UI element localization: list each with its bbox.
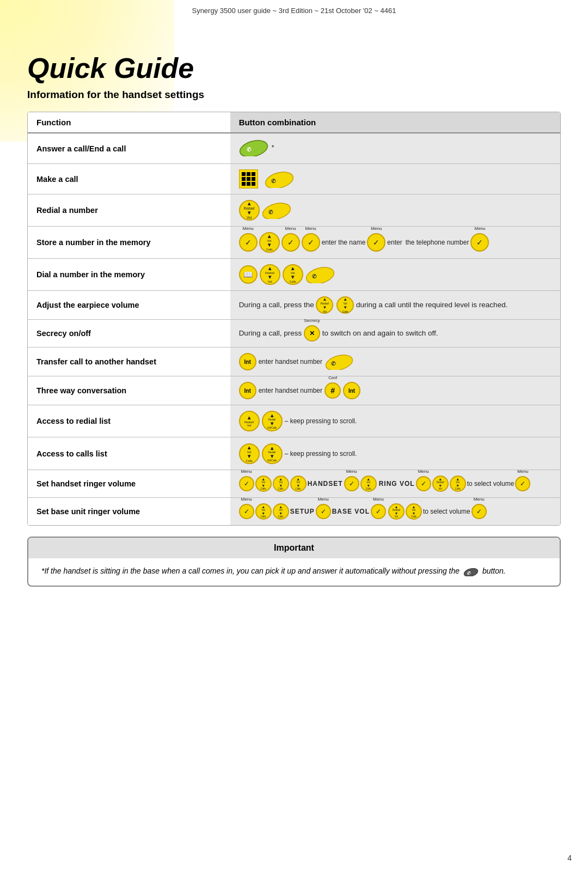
button-combo: Menu ✓ ▲ Vol ▼ Calls (230, 227, 560, 259)
function-label: Access to redial list (28, 405, 230, 437)
button-combo: Menu ✓ ▲ Vol ▼ Calls ▲ V (230, 470, 560, 498)
button-combo: ✆ (230, 164, 560, 194)
icon-area: Menu ✓ ▲ Vol ▼ Calls (239, 232, 489, 253)
function-label: Secrecy on/off (28, 320, 230, 348)
vol-calls-sm5: ▲ Vol ▼ Calls (450, 476, 466, 492)
menu-check-5: Menu ✓ (470, 233, 489, 252)
button-combo: During a call, press Secrecy ✕ to switch… (230, 320, 560, 348)
svg-text:✆: ✆ (331, 361, 336, 367)
vol-calls-base2: ▲ Vol ▼ Calls (273, 503, 289, 520)
vol-calls-sm: ▲ Vol ▼ Calls (255, 476, 272, 492)
phone-yellow-icon: ✆ (324, 354, 354, 370)
table-row: Set handset ringer volume Menu ✓ ▲ Vol ▼ (28, 470, 560, 498)
secrecy-btn-wrapper: Secrecy ✕ (304, 325, 320, 342)
main-table: Function Button combination Answer a cal… (28, 112, 560, 525)
table-row: Transfer call to another handset Int ent… (28, 348, 560, 376)
button-combo: 📖 ▲ Redial/ ▼ Vol ▲ Vol ▼ (230, 259, 560, 291)
svg-point-0 (239, 139, 268, 156)
vol-calls-sm2: ▲ Vol ▼ Calls (273, 476, 289, 492)
function-label: Set base unit ringer volume (28, 498, 230, 526)
icon-area: Menu ✓ ▲ Vol ▼ Calls ▲ V (239, 476, 531, 492)
vol-calls-btn: ▲ Vol ▼ Calls (259, 232, 280, 253)
phone-yellow-icon: ✆ (262, 202, 291, 219)
svg-text:✆: ✆ (247, 147, 252, 153)
table-row: Store a number in the memory Menu ✓ ▲ Vo (28, 227, 560, 259)
table-row: Secrecy on/off During a call, press Secr… (28, 320, 560, 348)
vol-calls-btn: ▲ Vol ▼ Calls (283, 264, 303, 285)
svg-text:✆: ✆ (268, 209, 273, 215)
redial-vol-btn: ▲ Redial/ ▼ Vol (239, 200, 260, 221)
function-label: Three way conversation (28, 376, 230, 405)
phone-green-icon: ✆ (239, 139, 268, 156)
base-vol-text: BASE VOL (332, 508, 370, 515)
select-volume-base-text: to select volume (423, 508, 470, 515)
icon-area: 📖 ▲ Redial/ ▼ Vol ▲ Vol ▼ (239, 264, 335, 285)
earpiece-text-1: During a call, press the (239, 301, 316, 309)
important-title: Important (28, 538, 560, 558)
header-title: Synergy 3500 user guide ~ 3rd Edition ~ … (192, 7, 396, 15)
menu-check-base1: Menu ✓ (239, 504, 254, 519)
handset-text: HANDSET (308, 480, 343, 488)
table-row: Redial a number ▲ Redial/ ▼ Vol (28, 194, 560, 227)
menu-check-btn2: Menu ✓ (344, 476, 359, 491)
phone-inline-icon: ✆ (463, 567, 479, 576)
btn-redial-vol: ▲ Redial/ ▼ Vol (239, 200, 260, 221)
table-row: Access to redial list ▲ Redial/ Vol ▲ Re… (28, 405, 560, 437)
hash-btn: # (324, 382, 341, 399)
table-row: Answer a call/End a call ✆ * (28, 133, 560, 164)
menu-check-btn4: Menu ✓ (515, 476, 530, 491)
button-combo: ▲ Redial/ ▼ Vol ✆ (230, 194, 560, 227)
button-combo: ▲ Redial/ Vol ▲ Redial/ ▼ Vol/Calls – ke… (230, 405, 560, 437)
svg-point-10 (463, 567, 479, 576)
menu-check-base4: Menu ✓ (471, 504, 487, 519)
int-btn-1: Int (239, 382, 256, 399)
vol-calls-sm4: ▲ Vol ▼ Calls (360, 476, 377, 492)
menu-check-4: Menu ✓ (367, 233, 385, 252)
phone-yellow-icon: ✆ (265, 170, 294, 188)
icon-area: Menu ✓ ▲ Vol ▼ Calls ▲ V (239, 503, 487, 520)
icon-area: ▲ Redial/ ▼ Vol ✆ (239, 200, 291, 221)
svg-point-4 (262, 202, 291, 219)
menu-check-1: Menu ✓ (239, 233, 258, 252)
earpiece-text-2: during a call until the required level i… (356, 301, 507, 309)
icon-area: Int enter handset number ✆ (239, 353, 354, 370)
redial-vol-sm: ▲ Redial/ ▼ Vol (316, 296, 333, 314)
icon-area: ✆ * (239, 139, 274, 156)
table-header-row: Function Button combination (28, 112, 560, 133)
menu-check-base3: Menu ✓ (371, 504, 386, 519)
page-subtitle: Information for the handset settings (27, 89, 561, 101)
scroll-text: – keep pressing to scroll. (285, 417, 357, 425)
enter-phone-text: the telephone number (406, 239, 469, 246)
setup-text: SETUP (290, 508, 315, 515)
menu-check-btn3: Menu ✓ (416, 476, 431, 491)
table-row: Adjust the earpiece volume During a call… (28, 291, 560, 320)
table-row: Set base unit ringer volume Menu ✓ ▲ Vol… (28, 498, 560, 526)
svg-text:✆: ✆ (271, 178, 276, 184)
vol-calls-sm: ▲ Vol ▼ Calls (336, 296, 354, 314)
menu-check-2: Menu ✓ (281, 233, 300, 252)
page-header: Synergy 3500 user guide ~ 3rd Edition ~ … (0, 0, 588, 19)
redial-vol-calls-btn: ▲ Redial/ ▼ Vol/Calls (262, 411, 283, 431)
redial-up-btn: ▲ Redial/ Vol (239, 411, 260, 431)
vol-calls-base3: ▲ Vol ▼ Calls (406, 503, 422, 520)
phonebook-btn: 📖 (239, 265, 258, 284)
important-text: *If the handset is sitting in the base w… (41, 565, 547, 577)
svg-point-2 (265, 170, 294, 188)
button-combo: Menu ✓ ▲ Vol ▼ Calls ▲ V (230, 498, 560, 526)
int-btn: Int (239, 353, 256, 370)
icon-area: Int enter handset number Conf # Int (239, 382, 360, 399)
icon-area: ✆ (239, 169, 294, 188)
table-row: Dial a number in the memory 📖 ▲ Redial/ … (28, 259, 560, 291)
redial-vol-btn: ▲ Redial/ ▼ Vol (260, 264, 280, 285)
redial-vol-base: ▲ Redial/ ▼ Vol (388, 503, 405, 520)
page-number: 4 (567, 854, 572, 862)
keypad-icon (239, 169, 258, 188)
button-combo: Int enter handset number ✆ (230, 348, 560, 376)
table-row: Make a call ✆ (28, 164, 560, 194)
important-text-end: button. (482, 567, 506, 575)
table-row: Three way conversation Int enter handset… (28, 376, 560, 405)
hash-btn-wrapper: Conf # (324, 382, 341, 399)
svg-point-6 (305, 266, 335, 283)
important-text-content: *If the handset is sitting in the base w… (41, 567, 460, 575)
ring-vol-text: RING VOL (379, 480, 415, 488)
